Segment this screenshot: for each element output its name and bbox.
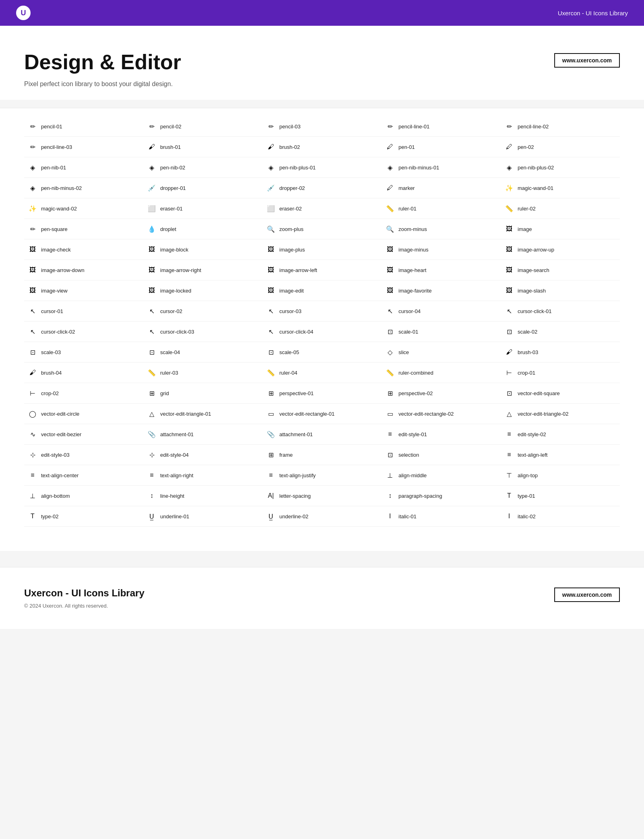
icon-label: vector-edit-square [518,390,560,396]
pen-01-icon: 🖊 [386,142,394,151]
page-title: Design & Editor [24,50,181,74]
list-item: 🖼image-minus [382,239,501,260]
icon-label: vector-edit-triangle-02 [518,411,568,417]
icon-label: cursor-04 [398,308,421,314]
vector-edit-square-icon: ⊡ [505,389,514,398]
droplet-icon: 💧 [147,225,156,233]
list-item: Ttype-01 [501,486,620,506]
icon-label: image-locked [160,288,191,294]
image-icon: 🖼 [505,225,514,233]
scale-02-icon: ⊡ [505,327,514,336]
list-item: ⊥align-middle [382,465,501,486]
icon-label: image-plus [279,247,305,253]
list-item: △vector-edit-triangle-02 [501,404,620,424]
list-item: ⬜eraser-01 [143,198,262,219]
icon-label: ruler-04 [279,370,297,376]
icon-label: scale-04 [160,349,180,355]
slice-icon: ◇ [386,348,394,357]
list-item: ⊥align-bottom [24,486,143,506]
footer-copyright: © 2024 Uxercon. All rights reserved. [24,603,144,609]
list-item: 🖼image-check [24,239,143,260]
icon-label: image-block [160,247,188,253]
image-edit-icon: 🖼 [266,286,275,295]
list-item: ✏pencil-02 [143,116,262,137]
list-item: ✏pencil-line-02 [501,116,620,137]
list-item: 🖼image-arrow-left [262,260,382,280]
image-minus-icon: 🖼 [386,245,394,254]
crop-01-icon: ⊢ [505,368,514,377]
hero-text: Design & Editor Pixel perfect icon libra… [24,50,181,88]
icon-label: italic-02 [518,513,536,519]
list-item: 📎attachment-01 [262,424,382,445]
icon-label: cursor-click-02 [41,329,75,335]
icon-label: edit-style-02 [518,431,546,437]
list-item: 📏ruler-01 [382,198,501,219]
list-item: 🖼image [501,219,620,239]
list-item: 🖊marker [382,178,501,198]
icon-label: image-heart [398,267,426,273]
footer: Uxercon - UI Icons Library © 2024 Uxerco… [0,567,644,629]
hero-subtitle: Pixel perfect icon library to boost your… [24,80,181,88]
list-item: 🖼image-slash [501,280,620,301]
icon-label: paragraph-spacing [398,493,442,499]
icon-label: attachment-01 [160,431,194,437]
cursor-click-01-icon: ↖ [505,307,514,315]
pen-nib-minus-02-icon: ◈ [28,183,37,192]
zoom-plus-icon: 🔍 [266,225,275,233]
image-plus-icon: 🖼 [266,245,275,254]
list-item: ≡text-align-right [143,465,262,486]
ruler-02-icon: 📏 [505,204,514,213]
ruler-01-icon: 📏 [386,204,394,213]
icon-label: attachment-01 [279,431,313,437]
list-item: ✏pencil-03 [262,116,382,137]
list-item: 🖼image-heart [382,260,501,280]
icon-label: cursor-click-01 [518,308,552,314]
icon-label: frame [279,452,293,458]
icon-label: pencil-line-01 [398,124,429,130]
list-item: ✨magic-wand-02 [24,198,143,219]
type-01-icon: T [505,491,514,500]
icon-label: crop-02 [41,390,59,396]
logo: U [16,6,31,20]
icon-label: slice [398,349,409,355]
icon-label: image [518,226,532,232]
list-item: ⊡scale-05 [262,342,382,363]
icon-label: ruler-01 [398,206,417,212]
list-item: ≡text-align-center [24,465,143,486]
line-height-icon: ↕ [147,491,156,500]
ruler-combined-icon: 📏 [386,368,394,377]
cursor-01-icon: ↖ [28,307,37,315]
icon-label: zoom-minus [398,226,427,232]
magic-wand-02-icon: ✨ [28,204,37,213]
list-item: ⊤align-top [501,465,620,486]
image-heart-icon: 🖼 [386,266,394,274]
list-item: ⊡scale-03 [24,342,143,363]
icon-label: eraser-02 [279,206,302,212]
icon-label: zoom-plus [279,226,303,232]
icon-label: type-01 [518,493,535,499]
hero-link[interactable]: www.uxercon.com [554,53,620,68]
list-item: 🖊pen-02 [501,137,620,157]
grid-icon: ⊞ [147,389,156,398]
icon-label: image-view [41,288,68,294]
italic-01-icon: I [386,512,394,521]
footer-link[interactable]: www.uxercon.com [554,588,620,602]
list-item: 🔍zoom-plus [262,219,382,239]
cursor-click-04-icon: ↖ [266,327,275,336]
list-item: 💉dropper-02 [262,178,382,198]
eraser-01-icon: ⬜ [147,204,156,213]
list-item: 📏ruler-03 [143,363,262,383]
pen-nib-plus-02-icon: ◈ [505,163,514,172]
list-item: ◈pen-nib-01 [24,157,143,178]
list-item: ⊞frame [262,445,382,465]
image-search-icon: 🖼 [505,266,514,274]
header-title: Uxercon - UI Icons Library [558,10,628,16]
pencil-02-icon: ✏ [147,122,156,131]
list-item: A|letter-spacing [262,486,382,506]
pen-nib-01-icon: ◈ [28,163,37,172]
header: U Uxercon - UI Icons Library [0,0,644,26]
marker-icon: 🖊 [386,183,394,192]
icons-grid: ✏pencil-01✏pencil-02✏pencil-03✏pencil-li… [24,116,620,527]
icon-label: ruler-combined [398,370,433,376]
image-slash-icon: 🖼 [505,286,514,295]
